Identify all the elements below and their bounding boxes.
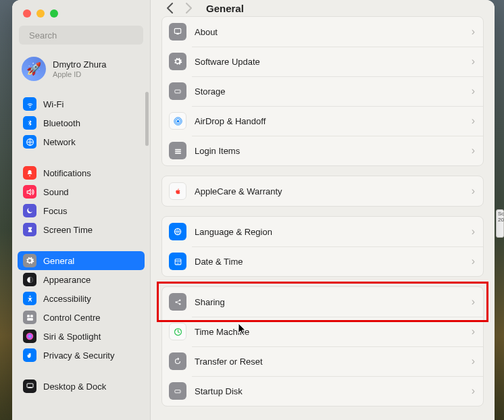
moon-icon <box>23 204 36 217</box>
sidebar-item-appearance[interactable]: Appearance <box>18 270 145 289</box>
row-airdrop-handoff[interactable]: AirDrop & Handoff› <box>162 106 483 136</box>
svg-rect-8 <box>28 387 32 388</box>
sidebar-item-label: Network <box>43 137 76 147</box>
row-label: AppleCare & Warranty <box>195 186 463 196</box>
row-login-items[interactable]: Login Items› <box>162 136 483 165</box>
cc-icon <box>23 311 36 324</box>
globe-icon <box>169 223 186 240</box>
row-label: AirDrop & Handoff <box>195 116 463 126</box>
row-language-region[interactable]: Language & Region› <box>162 217 483 246</box>
svg-point-24 <box>179 303 180 305</box>
account-name: Dmytro Zhura <box>53 59 106 70</box>
apple-icon <box>169 182 186 200</box>
forward-button[interactable] <box>180 0 197 16</box>
row-about[interactable]: About› <box>162 17 483 47</box>
row-time-machine[interactable]: Time Machine› <box>162 317 483 346</box>
tm-icon <box>169 323 186 340</box>
row-sharing[interactable]: Sharing› <box>162 287 483 317</box>
settings-group: Sharing›Time Machine›Transfer or Reset›S… <box>161 286 484 406</box>
sidebar-item-privacy-security[interactable]: Privacy & Security <box>18 346 145 365</box>
scrollbar[interactable] <box>145 92 149 146</box>
sidebar-item-label: Sound <box>43 187 69 197</box>
svg-point-6 <box>26 333 34 340</box>
sound-icon <box>23 185 36 199</box>
settings-group: Language & Region›17Date & Time› <box>161 216 484 277</box>
row-label: Transfer or Reset <box>195 357 463 367</box>
system-settings-window: 🚀 Dmytro Zhura Apple ID Wi-FiBluetoothNe… <box>12 0 495 420</box>
chevron-left-icon <box>166 3 174 14</box>
sidebar-item-general[interactable]: General <box>18 251 145 270</box>
svg-point-22 <box>175 301 176 303</box>
sidebar-item-label: Desktop & Dock <box>43 382 106 392</box>
row-applecare-warranty[interactable]: AppleCare & Warranty› <box>162 176 483 206</box>
minimize-window-button[interactable] <box>36 9 45 18</box>
close-window-button[interactable] <box>23 9 31 18</box>
search-input[interactable] <box>29 30 143 41</box>
sidebar-item-control-centre[interactable]: Control Centre <box>18 308 145 327</box>
disk-icon <box>169 82 186 100</box>
chevron-right-icon: › <box>472 325 475 338</box>
chevron-right-icon: › <box>472 185 475 197</box>
sidebar-item-accessibility[interactable]: Accessibility <box>18 289 145 308</box>
sidebar-item-notifications[interactable]: Notifications <box>18 163 145 182</box>
row-label: Time Machine <box>195 327 463 337</box>
share-icon <box>169 293 186 311</box>
row-storage[interactable]: Storage› <box>162 76 483 106</box>
settings-group: AppleCare & Warranty› <box>161 176 484 207</box>
chevron-right-icon: › <box>472 115 475 127</box>
svg-point-2 <box>29 295 30 296</box>
chevron-right-icon: › <box>472 26 475 38</box>
chevron-right-icon: › <box>472 296 475 308</box>
zoom-window-button[interactable] <box>50 9 58 18</box>
svg-point-23 <box>179 299 180 300</box>
chevron-right-icon: › <box>472 385 475 397</box>
sidebar-item-label: Accessibility <box>43 294 91 304</box>
airdrop-icon <box>169 112 186 130</box>
hour-icon <box>23 223 36 236</box>
row-startup-disk[interactable]: Startup Disk› <box>162 376 483 406</box>
siri-icon <box>23 330 36 343</box>
sidebar-nav: Wi-FiBluetoothNetworkNotificationsSoundF… <box>12 92 150 420</box>
sidebar-item-network[interactable]: Network <box>18 132 145 151</box>
row-transfer-or-reset[interactable]: Transfer or Reset› <box>162 346 483 376</box>
bt-icon <box>23 116 36 130</box>
hand-icon <box>23 348 36 362</box>
sidebar-item-label: Control Centre <box>43 313 101 323</box>
row-label: Sharing <box>195 297 463 307</box>
row-software-update[interactable]: Software Update› <box>162 47 483 76</box>
gear-icon <box>23 254 36 267</box>
row-label: Storage <box>195 86 463 97</box>
dock-icon <box>23 379 36 393</box>
svg-point-27 <box>179 391 180 392</box>
sidebar-item-siri-spotlight[interactable]: Siri & Spotlight <box>18 327 145 346</box>
back-button[interactable] <box>161 0 178 16</box>
apple-id-account[interactable]: 🚀 Dmytro Zhura Apple ID <box>12 54 150 92</box>
cal-icon: 17 <box>169 253 186 270</box>
sidebar-item-label: Appearance <box>43 275 91 285</box>
general-pane: About›Software Update›Storage›AirDrop & … <box>151 16 495 420</box>
sidebar-item-bluetooth[interactable]: Bluetooth <box>18 113 145 132</box>
sidebar-item-wi-fi[interactable]: Wi-Fi <box>18 95 145 113</box>
chevron-right-icon <box>185 3 193 14</box>
about-icon <box>169 23 186 41</box>
wifi-icon <box>23 97 36 111</box>
search-field[interactable] <box>19 26 143 45</box>
chevron-right-icon: › <box>472 355 475 367</box>
sidebar-item-sound[interactable]: Sound <box>18 182 145 201</box>
net-icon <box>23 135 36 149</box>
sidebar-item-screen-time[interactable]: Screen Time <box>18 220 145 239</box>
content-header: General <box>151 0 495 16</box>
svg-rect-10 <box>176 34 179 34</box>
svg-rect-5 <box>27 318 33 321</box>
login-icon <box>169 142 186 159</box>
sidebar-item-focus[interactable]: Focus <box>18 201 145 220</box>
sidebar-item-label: Focus <box>43 206 67 216</box>
sidebar-item-desktop-dock[interactable]: Desktop & Dock <box>18 377 145 396</box>
svg-rect-4 <box>30 315 33 317</box>
row-date-time[interactable]: 17Date & Time› <box>162 246 483 276</box>
svg-point-12 <box>179 91 180 92</box>
page-title: General <box>206 3 244 14</box>
account-sub: Apple ID <box>53 70 106 78</box>
gear-icon <box>169 53 186 70</box>
content-pane: General About›Software Update›Storage›Ai… <box>151 0 495 420</box>
